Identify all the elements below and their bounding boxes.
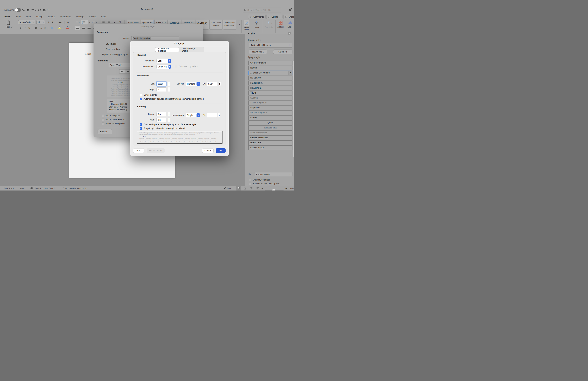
strikethrough-button[interactable]: ab [34, 26, 38, 30]
web-layout-view-button[interactable] [242, 186, 248, 190]
by-input[interactable]: 0.25" [207, 82, 217, 86]
ribbon-tab[interactable]: Insert [15, 15, 21, 19]
auto-update-checkbox[interactable] [102, 123, 104, 125]
style-list-item[interactable]: Subtle Emphasis ▼ [249, 100, 293, 105]
alignment-select[interactable]: Left ▲▼ [156, 59, 171, 63]
style-list-item[interactable]: Strong ▼ [249, 115, 293, 120]
style-list-item[interactable]: Intense Quote ▼ [249, 125, 293, 130]
show-paragraph-marks-button[interactable]: ¶ [119, 20, 121, 23]
show-styles-guides-checkbox[interactable] [249, 179, 251, 181]
select-all-button[interactable]: Select All [273, 49, 292, 54]
style-list-item[interactable]: Emphasis ▼ [249, 106, 293, 110]
indent-left-stepper[interactable]: ▲▼ [168, 82, 170, 86]
accessibility-status[interactable]: Accessibility: Good to go [65, 186, 87, 190]
numbered-list-dropdown-icon[interactable]: ⌄ [89, 21, 90, 23]
at-stepper[interactable]: ▲▼ [218, 113, 220, 117]
style-name-input[interactable]: Scroll List Number [131, 36, 179, 41]
ribbon-tab[interactable]: View [101, 15, 106, 19]
tabs-button[interactable]: Tabs... [133, 148, 144, 153]
dictate-button[interactable]: Dictate [252, 20, 261, 29]
ribbon-tab[interactable]: Mailings [76, 15, 84, 19]
bold-button[interactable]: B [19, 26, 23, 30]
style-dropdown-icon[interactable]: ▼ [289, 71, 292, 75]
zoom-out-icon[interactable]: − [261, 186, 263, 190]
accessibility-icon[interactable] [62, 186, 64, 190]
align-center-button[interactable] [125, 69, 131, 73]
ribbon-tab[interactable]: Draw [26, 15, 31, 19]
ribbon-tab[interactable]: Layout [48, 15, 55, 19]
auto-adjust-indent-checkbox[interactable]: ✓ [140, 98, 142, 100]
grow-font-button[interactable]: Aˆ [46, 20, 51, 24]
zoom-knob[interactable] [272, 189, 275, 190]
indent-left-input[interactable]: 0.25" [156, 82, 167, 86]
style-list-item[interactable]: List Paragraph ▼ [249, 145, 293, 150]
superscript-button[interactable]: x² [43, 26, 47, 30]
editing-mode-button[interactable]: Editing ⌄ [266, 15, 282, 19]
bullet-list-dropdown-icon[interactable]: ⌄ [78, 21, 80, 23]
highlight-button[interactable] [58, 26, 62, 30]
outline-view-button[interactable] [249, 186, 254, 190]
share-contact-icon[interactable] [289, 8, 292, 12]
ok-button[interactable]: OK [216, 148, 226, 153]
styles-scrollbar[interactable] [293, 61, 294, 157]
gallery-more-icon[interactable]: › [239, 23, 240, 26]
align-center-button[interactable] [81, 26, 86, 30]
close-icon[interactable]: ✕ [288, 32, 291, 35]
share-button[interactable]: Share ⌄ [283, 15, 294, 19]
before-input[interactable]: 0 pt [156, 112, 167, 116]
after-stepper[interactable]: ▲▼ [168, 117, 170, 122]
ribbon-tab[interactable]: References [60, 15, 71, 19]
add-to-quick-style-checkbox[interactable]: ✓ [102, 119, 104, 121]
word-count[interactable]: 2 words [18, 186, 25, 190]
font-color-dropdown-icon[interactable]: ⌄ [70, 27, 71, 29]
special-select[interactable]: Hanging ▲▼ [186, 82, 200, 86]
at-input[interactable] [207, 113, 217, 117]
list-filter-select[interactable]: Recommended ▲▼ [254, 172, 293, 176]
zoom-level[interactable]: 100% [289, 186, 294, 190]
print-layout-view-button[interactable] [236, 186, 241, 190]
current-style-box[interactable]: 1) Scroll List Number ¶ [249, 43, 292, 47]
indent-right-input[interactable]: 0" [156, 88, 167, 92]
style-list-item[interactable]: Intense Reference ▼ [249, 135, 293, 140]
text-effects-button[interactable]: A [50, 26, 54, 30]
change-case-button[interactable]: Aa⌄ [57, 20, 63, 24]
no-space-same-style-checkbox[interactable]: ✓ [140, 123, 142, 126]
style-list-item[interactable]: Subtle Reference ▼ [249, 131, 293, 135]
comments-button[interactable]: Comments [248, 15, 266, 19]
bullet-list-button[interactable] [75, 21, 78, 24]
font-name-select[interactable]: Aptos (Body)⌄ [18, 20, 35, 24]
font-color-button[interactable]: A [66, 26, 69, 29]
style-gallery-item[interactable]: AaBbCcDdE Subtle Emph... [223, 20, 236, 30]
indent-right-stepper[interactable]: ▲▼ [168, 87, 170, 92]
zoom-slider[interactable] [265, 188, 284, 190]
ribbon-tab[interactable]: Review [88, 15, 96, 19]
style-list-item[interactable]: Quote ▼ [249, 120, 293, 125]
subscript-button[interactable]: x₂ [39, 26, 43, 30]
cancel-button[interactable]: Cancel [202, 148, 213, 153]
by-stepper[interactable]: ▲▼ [218, 82, 221, 86]
align-left-button[interactable] [75, 26, 80, 30]
format-menu-button[interactable]: Format ⌄ [98, 129, 112, 134]
proofing-icon[interactable] [30, 186, 33, 190]
style-gallery-item[interactable]: AaBbCcDd Subtitle [210, 20, 223, 30]
style-list-item[interactable]: Clear Formatting ▼ [249, 61, 293, 65]
style-list-item[interactable]: Heading 1 ▼ [249, 81, 293, 85]
add-to-template-checkbox[interactable] [102, 115, 104, 117]
ribbon-tab[interactable]: Design [36, 15, 43, 19]
font-size-select[interactable]: 12⌄ [37, 20, 45, 24]
style-list-item[interactable]: Heading 2 ▼ [249, 86, 293, 90]
style-list-item[interactable]: Subtitle ▼ [249, 95, 293, 100]
align-left-button[interactable] [119, 69, 125, 73]
page-indicator[interactable]: Page 1 of 1 [4, 186, 14, 190]
style-list-item[interactable]: Normal ▼ [249, 66, 293, 70]
highlight-dropdown-icon[interactable]: ⌄ [62, 27, 63, 29]
style-list-item[interactable]: Title ▼ [249, 90, 293, 95]
multilevel-list-dropdown-icon[interactable]: ⌄ [96, 21, 97, 23]
ribbon-tab[interactable]: Home [4, 15, 11, 19]
paragraph-tab[interactable]: Indents and Spacing [155, 47, 179, 52]
align-right-button[interactable] [87, 26, 91, 30]
addins-button[interactable]: Add-ins [276, 20, 285, 28]
editor-button[interactable]: Editor [286, 20, 294, 28]
draft-view-button[interactable] [255, 186, 260, 190]
after-input[interactable]: 0 pt [156, 118, 167, 122]
